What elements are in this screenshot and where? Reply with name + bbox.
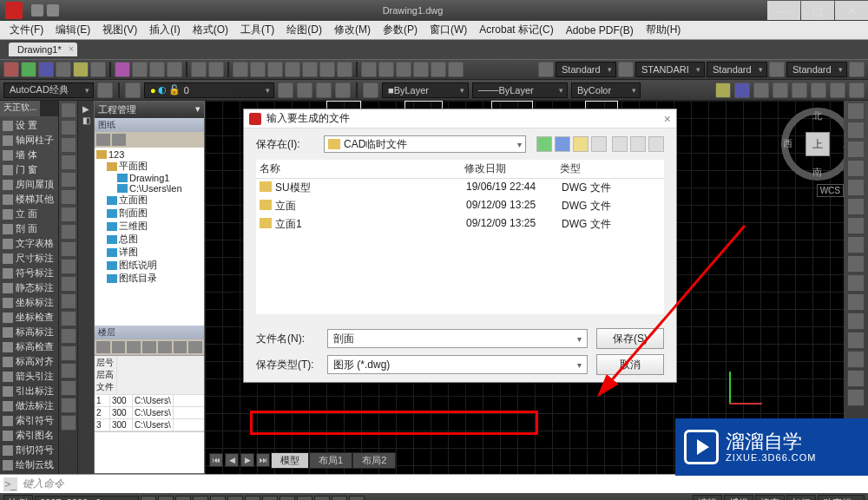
tool-icon[interactable] [431,62,446,77]
status-scale[interactable]: 比例 [3,495,33,501]
floor-table[interactable]: 层号 层高 文件 1300C:\Users\2300C:\Users\3300C… [95,355,204,431]
tree-node[interactable]: 剖面图 [96,207,202,220]
layer-props-icon[interactable] [125,82,141,98]
sidebar-item[interactable]: 标高检查 [0,339,58,354]
grip-icon[interactable]: ◧ [82,115,90,125]
document-tab[interactable]: Drawing1* × [9,43,77,56]
tool-icon[interactable] [96,134,110,146]
copy-icon[interactable] [132,62,148,77]
close-icon[interactable]: × [664,112,671,126]
light-icon[interactable] [715,82,731,98]
tool-icon[interactable] [396,62,411,77]
sidebar-item[interactable]: 坐标检查 [0,310,58,325]
menu-param[interactable]: 参数(P) [377,21,424,39]
sidebar-item[interactable]: 轴网柱子 [0,133,58,148]
polygon-icon[interactable] [61,189,76,205]
linetype-combo[interactable]: ─── ByLayer [472,82,568,98]
cancel-button[interactable]: 取消 [596,354,664,375]
region-icon[interactable] [61,328,76,344]
tool-icon[interactable] [174,341,187,353]
close-button[interactable]: ✕ [835,1,868,20]
table-row[interactable]: 2300C:\Users\ [95,407,204,419]
sidebar-item[interactable]: 箭头引注 [0,369,58,384]
chamfer-icon[interactable] [847,274,865,292]
tool-icon[interactable] [233,62,248,77]
status-icon[interactable] [227,496,243,500]
sidebar-item[interactable]: 尺寸标注 [0,251,58,266]
tree-node[interactable]: 平面图 [96,160,202,173]
sidebar-item[interactable]: 门 窗 [0,162,58,177]
file-row[interactable]: SU模型19/06/19 22:44DWG 文件 [256,179,664,197]
sidebar-item[interactable]: 符号标注 [0,266,58,280]
tool-icon[interactable] [285,62,300,77]
paste-icon[interactable] [149,62,165,77]
status-icon[interactable] [210,496,226,500]
sidebar-item[interactable]: 标高对齐 [0,354,58,369]
status-icon[interactable] [314,496,330,500]
col-date[interactable]: 修改日期 [464,161,560,176]
back-icon[interactable] [536,136,552,152]
mtext-icon[interactable] [61,276,76,292]
sidebar-item[interactable]: 绘制云线 [0,457,58,472]
tool-icon[interactable] [847,389,865,406]
tool-icon[interactable] [319,62,335,77]
tool-icon[interactable] [61,363,76,378]
tool-icon[interactable] [56,62,71,77]
sidebar-item[interactable]: 设 置 [0,118,58,133]
tree-node[interactable]: 图纸目录 [96,272,202,285]
save-in-combo[interactable]: CAD临时文件 [324,135,526,153]
dim-style-icon[interactable] [618,62,634,77]
tab-model[interactable]: 模型 [271,452,309,469]
rotate-icon[interactable] [847,141,865,158]
explode-icon[interactable] [847,332,865,349]
tab-prev-icon[interactable]: ◀ [225,453,239,467]
view-cube-top[interactable]: 上 [806,132,830,156]
dim-style-combo[interactable]: STANDARI [635,62,705,77]
fillet-icon[interactable] [847,255,865,273]
line-icon[interactable] [61,102,76,118]
text-style-combo[interactable]: Standard [556,62,616,77]
trim-icon[interactable] [847,217,865,234]
text-icon[interactable] [61,259,76,274]
menu-view[interactable]: 视图(V) [96,21,143,39]
status-icon[interactable] [175,496,191,500]
save-icon[interactable] [38,62,54,77]
tool-icon[interactable] [250,62,266,77]
sidebar-item[interactable]: 静态标注 [0,280,58,295]
move-icon[interactable] [847,102,865,120]
extend-icon[interactable] [847,236,865,253]
erase-icon[interactable] [847,351,865,368]
menu-draw[interactable]: 绘图(D) [280,21,328,39]
sidebar-item[interactable]: 引出标注 [0,384,58,398]
search-icon[interactable] [612,136,628,152]
array-icon[interactable] [847,198,865,215]
sidebar-item[interactable]: 剖 面 [0,221,58,236]
col-name[interactable]: 名称 [256,161,464,176]
pline-icon[interactable] [61,120,76,135]
mleader-style-combo[interactable]: Standard [786,62,847,77]
file-list[interactable]: 名称 修改日期 类型 SU模型19/06/19 22:44DWG 文件立面09/… [256,160,664,314]
tool-icon[interactable] [278,82,293,98]
sidebar-item[interactable]: 楼梯其他 [0,192,58,207]
sidebar-item[interactable]: 索引图名 [0,428,58,443]
print-icon[interactable] [73,62,89,77]
status-btn[interactable]: 动态标... [818,495,865,501]
tool-icon[interactable] [267,62,283,77]
spline-icon[interactable] [61,224,76,240]
tree-node[interactable]: 立面图 [96,194,202,207]
tool-icon[interactable] [448,62,464,77]
workspace-combo[interactable]: AutoCAD经典 [3,82,94,98]
tool-icon[interactable] [61,398,76,413]
color-combo[interactable]: ■ ByLayer [382,82,469,98]
menu-insert[interactable]: 插入(I) [143,21,186,39]
sidebar-item[interactable]: 墙 体 [0,148,58,162]
filename-input[interactable]: 剖面 [327,329,588,348]
tool-icon[interactable] [142,341,156,353]
sidebar-item[interactable]: 索引符号 [0,413,58,428]
tool-icon[interactable] [188,341,202,353]
pin-icon[interactable]: ▶ [82,104,89,114]
status-icon[interactable] [193,496,208,500]
menu-format[interactable]: 格式(O) [187,21,234,39]
redo-icon[interactable] [208,62,224,77]
tool-icon[interactable] [792,82,807,98]
